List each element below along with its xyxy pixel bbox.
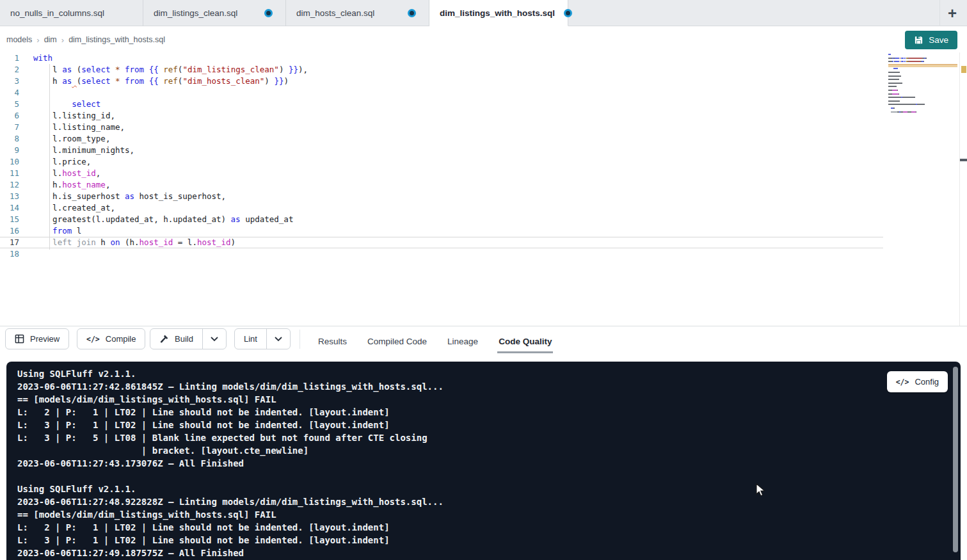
terminal-line: | bracket. [layout.cte_newline] (17, 444, 444, 457)
code-line: 2 l as (select * from {{ ref("dim_listin… (0, 64, 883, 76)
lint-dropdown-caret[interactable] (267, 329, 290, 349)
code-line: 15 greatest(l.updated_at, h.updated_at) … (0, 214, 883, 225)
line-number: 5 (0, 99, 19, 110)
floppy-disk-icon (914, 35, 923, 45)
result-tab-lineage[interactable]: Lineage (447, 326, 478, 356)
unsaved-changes-dot-icon (264, 9, 273, 17)
code-line: 17 left join h on (h.host_id = l.host_id… (0, 237, 883, 248)
overview-ruler[interactable] (959, 52, 967, 326)
code-brackets-icon: </> (896, 378, 909, 387)
terminal-line: L: 3 | P: 1 | LT02 | Line should not be … (17, 419, 444, 431)
line-number: 8 (0, 133, 19, 145)
breadcrumb-bar: models›dim›dim_listings_with_hosts.sql S… (0, 27, 967, 52)
code-line: 9 l.minimum_nights, (0, 145, 883, 156)
terminal-line: Using SQLFluff v2.1.1. (17, 483, 444, 495)
terminal-line: 2023-06-06T11:27:48.922828Z — Linting mo… (17, 495, 444, 508)
result-tab-code-quality[interactable]: Code Quality (499, 326, 552, 356)
line-number: 10 (0, 156, 19, 168)
code-line: 4 (0, 87, 883, 99)
code-text: l.listing_id, (33, 110, 115, 122)
table-grid-icon (15, 334, 24, 344)
tab-label: no_nulls_in_columns.sql (10, 8, 104, 18)
code-text: greatest(l.updated_at, h.updated_at) as … (33, 214, 293, 225)
code-text: select (33, 99, 100, 110)
build-split-button: Build (150, 328, 227, 349)
terminal-output[interactable]: Using SQLFluff v2.1.1.2023-06-06T11:27:4… (17, 367, 444, 559)
terminal-panel: Using SQLFluff v2.1.1.2023-06-06T11:27:4… (6, 362, 961, 560)
compile-button[interactable]: </> Compile (77, 328, 145, 349)
code-line: 12 h.host_name, (0, 179, 883, 191)
line-number: 9 (0, 145, 19, 156)
code-text: l.host_id, (33, 168, 100, 179)
code-brackets-icon: </> (86, 335, 100, 344)
code-line: 5 select (0, 99, 883, 110)
dbt-cloud-ide: no_nulls_in_columns.sqldim_listings_clea… (0, 0, 967, 560)
terminal-line: == [models/dim/dim_listings_with_hosts.s… (17, 508, 444, 521)
code-line: 13 h.is_superhost as host_is_superhost, (0, 191, 883, 202)
editor-toolbar: Preview </> Compile Build Lint (0, 326, 967, 356)
line-number: 16 (0, 225, 19, 237)
terminal-line: L: 2 | P: 1 | LT02 | Line should not be … (17, 521, 444, 534)
line-number: 3 (0, 76, 19, 87)
chevron-down-icon (211, 337, 218, 342)
new-tab-button[interactable]: + (943, 4, 961, 22)
file-tab-no_nulls_in_columns-sql[interactable]: no_nulls_in_columns.sql (0, 0, 143, 26)
lint-split-button: Lint (234, 328, 291, 349)
code-text: left join h on (h.host_id = l.host_id) (33, 237, 236, 248)
save-label: Save (929, 35, 948, 45)
terminal-line: 2023-06-06T11:27:43.173076Z — All Finish… (17, 457, 444, 470)
code-text: l.price, (33, 156, 91, 168)
preview-button[interactable]: Preview (5, 328, 69, 349)
terminal-line: L: 3 | P: 1 | LT02 | Line should not be … (17, 534, 444, 547)
code-line: 14 l.created_at, (0, 202, 883, 214)
breadcrumb-item[interactable]: dim_listings_with_hosts.sql (68, 35, 165, 44)
code-line: 8 l.room_type, (0, 133, 883, 145)
terminal-scrollbar-thumb[interactable] (953, 367, 958, 552)
code-line: 11 l.host_id, (0, 168, 883, 179)
terminal-line: Using SQLFluff v2.1.1. (17, 367, 444, 380)
build-dropdown-caret[interactable] (203, 329, 226, 349)
config-label: Config (915, 377, 939, 387)
code-line: 6 l.listing_id, (0, 110, 883, 122)
minimap[interactable] (888, 54, 937, 131)
code-text: l.created_at, (33, 202, 115, 214)
file-tab-dim_listings_clean-sql[interactable]: dim_listings_clean.sql (143, 0, 286, 26)
line-number: 1 (0, 52, 19, 64)
terminal-scrollbar (953, 367, 958, 556)
line-number: 7 (0, 122, 19, 133)
code-text: h as (select * from {{ ref("dim_hosts_cl… (33, 76, 289, 87)
lint-config-button[interactable]: </> Config (887, 371, 948, 392)
line-number: 2 (0, 64, 19, 76)
lint-button[interactable]: Lint (235, 329, 267, 349)
preview-label: Preview (30, 334, 60, 344)
build-button[interactable]: Build (150, 329, 203, 349)
file-tab-bar: no_nulls_in_columns.sqldim_listings_clea… (0, 0, 967, 26)
file-tab-dim_hosts_clean-sql[interactable]: dim_hosts_clean.sql (286, 0, 429, 26)
build-hammer-icon (159, 334, 169, 344)
breadcrumb-chevron-icon: › (61, 35, 64, 45)
file-tab-dim_listings_with_hosts-sql[interactable]: dim_listings_with_hosts.sql (429, 0, 568, 26)
result-tab-compiled-code[interactable]: Compiled Code (367, 326, 427, 356)
unsaved-changes-dot-icon (408, 9, 416, 17)
code-editor[interactable]: 1with2 l as (select * from {{ ref("dim_l… (0, 52, 967, 326)
code-text: from l (33, 225, 81, 237)
tab-label: dim_hosts_clean.sql (296, 8, 374, 18)
ruler-warning-marker (961, 66, 966, 73)
code-text: h.is_superhost as host_is_superhost, (33, 191, 226, 202)
breadcrumb-item[interactable]: models (6, 35, 32, 44)
code-text: with (33, 52, 52, 64)
line-number: 17 (0, 237, 19, 248)
save-button[interactable]: Save (905, 31, 957, 49)
line-number: 4 (0, 87, 19, 99)
code-text: l.minimum_nights, (33, 145, 134, 156)
code-text: l.listing_name, (33, 122, 125, 133)
result-tab-results[interactable]: Results (318, 326, 347, 356)
chevron-down-icon (275, 337, 282, 342)
lint-label: Lint (244, 334, 257, 344)
unsaved-changes-dot-icon (564, 9, 572, 17)
tab-strip-divider (939, 0, 940, 26)
code-line: 3 h as (select * from {{ ref("dim_hosts_… (0, 76, 883, 87)
code-line: 1with (0, 52, 883, 64)
code-line: 10 l.price, (0, 156, 883, 168)
breadcrumb-item[interactable]: dim (44, 35, 57, 44)
